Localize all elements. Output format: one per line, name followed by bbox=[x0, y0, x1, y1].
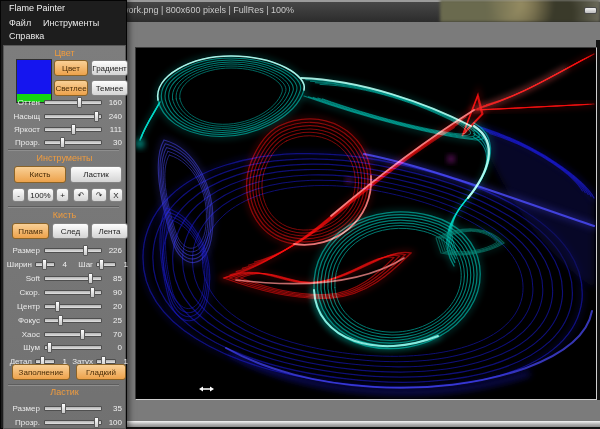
flame-artwork bbox=[136, 48, 596, 399]
slider-thumb-speed[interactable] bbox=[90, 287, 95, 298]
mode-trace-button[interactable]: След bbox=[52, 223, 89, 239]
slider-value-eraser-size: 35 bbox=[102, 404, 122, 413]
slider-label-chaos: Хаос bbox=[4, 330, 40, 339]
clear-button[interactable]: X bbox=[109, 188, 123, 202]
slider-track-brightness[interactable] bbox=[44, 127, 102, 132]
slider-label-opacity: Прозр. bbox=[4, 138, 40, 147]
slider-track-eraser-size[interactable] bbox=[44, 406, 102, 411]
slider-label-hue: Оттен bbox=[4, 98, 40, 107]
slider-value-noise: 0 bbox=[102, 343, 122, 352]
slider-thumb-step[interactable] bbox=[99, 259, 104, 270]
slider-value-speed: 90 bbox=[102, 288, 122, 297]
slider-thumb-eraser-opacity[interactable] bbox=[94, 417, 99, 428]
gradient-button[interactable]: Градиент bbox=[91, 60, 128, 76]
move-cursor-icon bbox=[199, 386, 214, 392]
smooth-button[interactable]: Гладкий bbox=[76, 364, 126, 380]
slider-thumb-chaos[interactable] bbox=[80, 329, 85, 340]
redo-button[interactable]: ↷ bbox=[91, 188, 107, 202]
slider-label-speed: Скор. bbox=[4, 288, 40, 297]
slider-track-speed[interactable] bbox=[44, 290, 102, 295]
slider-label-width: Ширин bbox=[4, 260, 32, 269]
slider-value-saturation: 240 bbox=[102, 112, 122, 121]
slider-value-step: 1 bbox=[116, 260, 128, 269]
zoom-level-button[interactable]: 100% bbox=[27, 188, 54, 202]
section-header-brush: Кисть bbox=[4, 210, 125, 220]
painting-canvas[interactable] bbox=[135, 47, 597, 400]
slider-label-center: Центр bbox=[4, 302, 40, 311]
slider-pair-row: Ширин4Шаг1 bbox=[4, 259, 123, 270]
slider-thumb-brightness[interactable] bbox=[71, 124, 76, 135]
slider-track-soft[interactable] bbox=[44, 276, 102, 281]
slider-thumb-noise[interactable] bbox=[47, 342, 52, 353]
titlebar-glass-texture bbox=[440, 0, 600, 22]
undo-button[interactable]: ↶ bbox=[73, 188, 89, 202]
slider-label-brightness: Яркост bbox=[4, 125, 40, 134]
slider-row-hue: Оттен160 bbox=[4, 97, 123, 108]
slider-thumb-center[interactable] bbox=[55, 301, 60, 312]
slider-row-soft: Soft85 bbox=[4, 273, 123, 284]
section-header-color: Цвет bbox=[4, 48, 125, 58]
slider-value-soft: 85 bbox=[102, 274, 122, 283]
slider-thumb-focus[interactable] bbox=[58, 315, 63, 326]
slider-track-chaos[interactable] bbox=[44, 332, 102, 337]
slider-row-eraser-size: Размер35 bbox=[4, 403, 123, 414]
slider-track-center[interactable] bbox=[44, 304, 102, 309]
menu-help[interactable]: Справка bbox=[9, 31, 44, 41]
slider-label-eraser-size: Размер bbox=[4, 404, 40, 413]
mode-ribbon-button[interactable]: Лента bbox=[91, 223, 128, 239]
slider-row-center: Центр20 bbox=[4, 301, 123, 312]
slider-track-opacity[interactable] bbox=[44, 140, 102, 145]
slider-track-hue[interactable] bbox=[44, 100, 102, 105]
slider-thumb-opacity[interactable] bbox=[60, 137, 65, 148]
window-title: Flame Painter bbox=[9, 3, 65, 13]
slider-value-brightness: 111 bbox=[102, 125, 122, 134]
slider-track-size[interactable] bbox=[44, 248, 102, 253]
slider-track-focus[interactable] bbox=[44, 318, 102, 323]
slider-thumb-size[interactable] bbox=[83, 245, 88, 256]
slider-row-speed: Скор.90 bbox=[4, 287, 123, 298]
menu-tools[interactable]: Инструменты bbox=[43, 18, 99, 28]
slider-row-noise: Шум0 bbox=[4, 342, 123, 353]
color-button[interactable]: Цвет bbox=[54, 60, 88, 76]
document-status-text: work.png | 800x600 pixels | FullRes | 10… bbox=[122, 5, 294, 15]
separator bbox=[8, 149, 119, 151]
slider-label-focus: Фокус bbox=[4, 316, 40, 325]
slider-thumb-saturation[interactable] bbox=[94, 111, 99, 122]
slider-row-chaos: Хаос70 bbox=[4, 329, 123, 340]
slider-track-step[interactable] bbox=[96, 262, 116, 267]
slider-value-focus: 25 bbox=[102, 316, 122, 325]
slider-thumb-eraser-size[interactable] bbox=[61, 403, 66, 414]
slider-value-center: 20 bbox=[102, 302, 122, 311]
separator bbox=[8, 384, 119, 386]
slider-value-opacity: 30 bbox=[102, 138, 122, 147]
slider-track-eraser-opacity[interactable] bbox=[44, 420, 102, 425]
minimize-button[interactable] bbox=[584, 7, 597, 14]
primary-color-swatch[interactable] bbox=[17, 60, 51, 94]
slider-label-soft: Soft bbox=[4, 274, 40, 283]
slider-track-saturation[interactable] bbox=[44, 114, 102, 119]
slider-row-size: Размер226 bbox=[4, 245, 123, 256]
slider-row-focus: Фокус25 bbox=[4, 315, 123, 326]
eraser-button[interactable]: Ластик bbox=[70, 166, 122, 183]
menu-file[interactable]: Файл bbox=[9, 18, 31, 28]
slider-value-chaos: 70 bbox=[102, 330, 122, 339]
zoom-out-button[interactable]: - bbox=[12, 188, 25, 202]
slider-thumb-hue[interactable] bbox=[77, 97, 82, 108]
slider-label-saturation: Насыщ bbox=[4, 112, 40, 121]
panel-body: Цвет ЦветГрадиентСветлееТемнее Оттен160Н… bbox=[3, 45, 126, 429]
zoom-in-button[interactable]: + bbox=[56, 188, 69, 202]
darker-button[interactable]: Темнее bbox=[91, 80, 128, 96]
slider-track-width[interactable] bbox=[35, 262, 55, 267]
section-header-tools: Инструменты bbox=[4, 153, 125, 163]
slider-row-brightness: Яркост111 bbox=[4, 124, 123, 135]
separator bbox=[8, 206, 119, 208]
slider-track-noise[interactable] bbox=[44, 345, 102, 350]
section-header-eraser: Ластик bbox=[4, 387, 125, 397]
slider-thumb-soft[interactable] bbox=[88, 273, 93, 284]
slider-thumb-width[interactable] bbox=[42, 259, 47, 270]
lighter-button[interactable]: Светлее bbox=[54, 80, 88, 96]
mode-flame-button[interactable]: Пламя bbox=[12, 223, 49, 239]
brush-button[interactable]: Кисть bbox=[14, 166, 66, 183]
screen: work.png | 800x600 pixels | FullRes | 10… bbox=[0, 0, 600, 429]
fill-button[interactable]: Заполнение bbox=[12, 364, 70, 380]
